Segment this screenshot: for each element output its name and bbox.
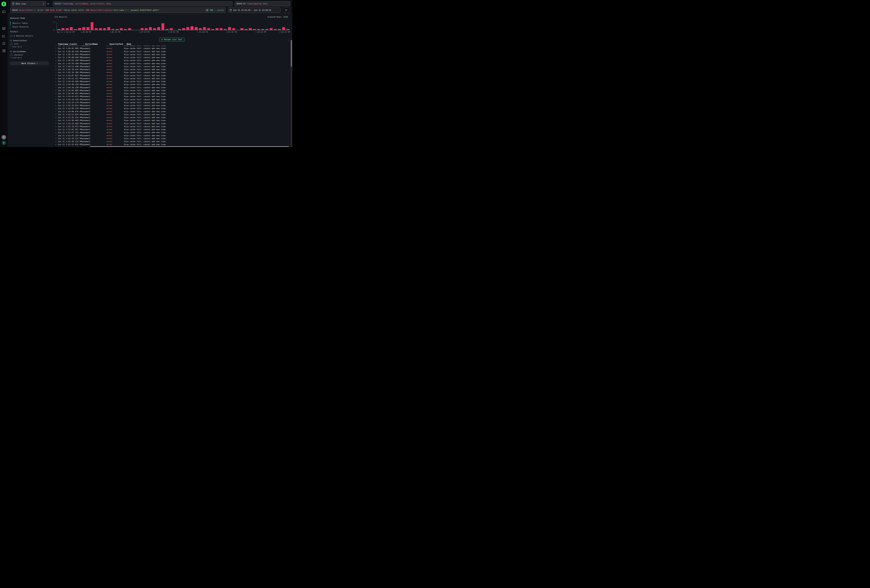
table-row[interactable]: ❯Jun 11 1:55:51.448 PMpaymenterrorVisa c… [51, 65, 290, 68]
row-expand-chevron-icon[interactable]: ❯ [55, 84, 58, 85]
table-row[interactable]: ❯Jun 11 1:54:26.230 PMpaymenterrorVisa c… [51, 86, 290, 89]
row-expand-chevron-icon[interactable]: ❯ [55, 65, 58, 67]
row-expand-chevron-icon[interactable]: ❯ [55, 101, 58, 103]
row-expand-chevron-icon[interactable]: ❯ [55, 117, 58, 119]
row-expand-chevron-icon[interactable]: ❯ [55, 129, 58, 131]
collapse-sidebar-icon[interactable] [2, 10, 6, 14]
table-row[interactable]: ❯Jun 11 1:51:57.712 PMpaymenterrorVisa c… [51, 131, 290, 134]
denoise-checkbox[interactable] [10, 34, 12, 37]
table-row[interactable]: ❯Jun 11 1:55:39.324 PMpaymenterrorVisa c… [51, 68, 290, 71]
user-avatar[interactable]: U [1, 141, 6, 145]
table-row[interactable]: ❯Jun 11 1:53:10.922 PMpaymenterrorVisa c… [51, 104, 290, 107]
row-expand-chevron-icon[interactable]: ❯ [55, 126, 58, 127]
table-row[interactable]: ❯Jun 11 1:52:30.469 PMpaymenterrorVisa c… [51, 119, 290, 122]
table-row[interactable]: ❯Jun 11 1:52:35.232 PMpaymenterrorVisa c… [51, 116, 290, 119]
checkout-checkbox[interactable] [10, 54, 12, 56]
table-row[interactable]: ❯Jun 11 1:56:32.843 PMpaymenterrorVisa c… [51, 53, 290, 56]
language-sql-toggle[interactable]: SQL [210, 9, 213, 11]
vertical-scrollbar[interactable] [290, 40, 292, 147]
resume-live-tail-button[interactable]: Resume Live Tail [159, 38, 185, 42]
table-row[interactable]: ❯Jun 11 1:56:03.248 PMpaymenterrorVisa c… [51, 59, 290, 62]
row-expand-chevron-icon[interactable]: ❯ [55, 141, 58, 143]
row-expand-chevron-icon[interactable]: ❯ [55, 96, 58, 97]
column-drag-handle-icon[interactable]: ⋮ [107, 43, 109, 45]
row-expand-chevron-icon[interactable]: ❯ [55, 89, 58, 91]
sessions-icon[interactable] [2, 42, 6, 45]
table-row[interactable]: ❯Jun 11 1:52:02.581 PMpaymenterrorVisa c… [51, 128, 290, 131]
row-expand-chevron-icon[interactable]: ❯ [55, 105, 58, 106]
source-settings-gear-icon[interactable] [47, 2, 50, 5]
table-row[interactable]: ❯Jun 11 1:55:16.296 PMpaymenterrorVisa c… [51, 71, 290, 74]
column-drag-handle-icon[interactable]: ⋮ [124, 43, 126, 45]
help-button[interactable]: ? [1, 135, 6, 140]
row-expand-chevron-icon[interactable]: ❯ [55, 86, 58, 88]
row-expand-chevron-icon[interactable]: ❯ [55, 144, 58, 146]
column-header-body[interactable]: ⋮ Body [124, 43, 290, 45]
table-row[interactable]: ❯Jun 11 1:54:06.953 PMpaymenterrorVisa c… [51, 92, 290, 95]
info-checkbox[interactable] [10, 43, 12, 45]
row-expand-chevron-icon[interactable]: ❯ [55, 51, 58, 52]
table-row[interactable]: ❯Jun 11 1:54:40.218 PMpaymenterrorVisa c… [51, 83, 290, 86]
table-row[interactable]: ❯Jun 11 1:53:41.873 PMpaymenterrorVisa c… [51, 95, 290, 98]
time-range-picker[interactable]: Jun 11 13:41:52 - Jun 11 13:56:52 [228, 7, 281, 13]
row-expand-chevron-icon[interactable]: ❯ [55, 108, 58, 109]
load-more-severitytext[interactable]: ∨ Load more [10, 46, 22, 48]
row-expand-chevron-icon[interactable]: ❯ [55, 77, 58, 79]
table-row[interactable]: ❯Jun 11 1:56:51.975 PMpaymenterrorVisa c… [51, 46, 290, 47]
search-icon[interactable] [10, 51, 12, 52]
table-row[interactable]: ❯Jun 11 1:55:07.827 PMpaymenterrorVisa c… [51, 74, 290, 77]
row-expand-chevron-icon[interactable]: ❯ [55, 135, 58, 136]
tab-results-table[interactable]: Results Table [10, 21, 47, 25]
table-row[interactable]: ❯Jun 11 1:54:09.906 PMpaymenterrorVisa c… [51, 89, 290, 92]
tab-event-patterns[interactable]: Event Patterns [10, 25, 47, 29]
dashboards-icon[interactable] [2, 49, 6, 53]
vertical-scrollbar-thumb[interactable] [291, 40, 292, 67]
row-expand-chevron-icon[interactable]: ❯ [55, 138, 58, 139]
more-filters-button[interactable]: More filters ∨ [10, 61, 49, 65]
row-expand-chevron-icon[interactable]: ❯ [55, 74, 58, 76]
table-row[interactable]: ❯Jun 11 1:56:42.995 PMpaymenterrorVisa c… [51, 47, 290, 50]
row-expand-chevron-icon[interactable]: ❯ [55, 63, 58, 64]
table-row[interactable]: ❯Jun 11 1:53:05.578 PMpaymenterrorVisa c… [51, 107, 290, 110]
search-icon[interactable] [10, 40, 12, 42]
column-header-severitytext[interactable]: ⋮ SeverityText [107, 43, 124, 45]
language-lucene-toggle[interactable]: Lucene [217, 9, 224, 11]
table-options-kebab-icon[interactable]: ⋮ [288, 39, 290, 41]
row-expand-chevron-icon[interactable]: ❯ [55, 48, 58, 49]
row-expand-chevron-icon[interactable]: ❯ [55, 93, 58, 94]
filter-value-info[interactable]: info [10, 43, 18, 45]
row-expand-chevron-icon[interactable]: ❯ [55, 120, 58, 121]
table-row[interactable]: ❯Jun 11 1:55:59.760 PMpaymenterrorVisa c… [51, 62, 290, 65]
table-row[interactable]: ❯Jun 11 1:51:47.229 PMpaymenterrorVisa c… [51, 134, 290, 137]
where-clause-input[interactable]: WHERE SeverityText = 'error' AND Body IL… [10, 7, 226, 13]
results-histogram[interactable]: 8 0 Jun 11 1:41:45 PM1:44:00 PM1:45:45 P… [55, 22, 290, 30]
row-expand-chevron-icon[interactable]: ❯ [55, 69, 58, 70]
row-expand-chevron-icon[interactable]: ❯ [55, 132, 58, 133]
table-row[interactable]: ❯Jun 11 1:51:43.121 PMpaymenterrorVisa c… [51, 137, 290, 140]
search-logs-icon[interactable] [2, 27, 6, 30]
table-row[interactable]: ❯Jun 11 1:52:19.473 PMpaymenterrorVisa c… [51, 125, 290, 128]
row-expand-chevron-icon[interactable]: ❯ [55, 54, 58, 55]
table-row[interactable]: ❯Jun 11 1:52:25.630 PMpaymenterrorVisa c… [51, 122, 290, 125]
row-expand-chevron-icon[interactable]: ❯ [55, 81, 58, 82]
row-expand-chevron-icon[interactable]: ❯ [55, 99, 58, 100]
load-more-servicename[interactable]: ∨ Load more [10, 57, 22, 59]
table-row[interactable]: ❯Jun 11 1:51:31.415 PMpaymenterrorVisa c… [51, 143, 290, 146]
row-expand-chevron-icon[interactable]: ❯ [55, 114, 58, 115]
table-row[interactable]: ❯Jun 11 1:54:52.241 PMpaymenterrorVisa c… [51, 77, 290, 80]
column-header-servicename[interactable]: ⋮ ServiceName [82, 43, 107, 45]
horizontal-scrollbar-thumb[interactable] [90, 146, 289, 147]
table-row[interactable]: ❯Jun 11 1:56:38.534 PMpaymenterrorVisa c… [51, 50, 290, 53]
row-expand-chevron-icon[interactable]: ❯ [55, 123, 58, 124]
row-expand-chevron-icon[interactable]: ❯ [55, 60, 58, 61]
table-row[interactable]: ❯Jun 11 1:53:24.274 PMpaymenterrorVisa c… [51, 101, 290, 104]
table-row[interactable]: ❯Jun 11 1:56:08.948 PMpaymenterrorVisa c… [51, 56, 290, 59]
row-expand-chevron-icon[interactable]: ❯ [55, 57, 58, 58]
filter-value-checkout[interactable]: checkout [10, 54, 23, 56]
table-row[interactable]: ❯Jun 11 1:53:26.250 PMpaymenterrorVisa c… [51, 98, 290, 101]
column-header-timestamp[interactable]: Timestamp (Local) [58, 43, 82, 45]
row-expand-chevron-icon[interactable]: ❯ [55, 71, 58, 73]
hyperdx-logo-icon[interactable] [1, 1, 6, 7]
select-clause-input[interactable]: SELECT Timestamp, ServiceName, SeverityT… [53, 1, 232, 6]
run-query-button[interactable] [283, 7, 290, 13]
